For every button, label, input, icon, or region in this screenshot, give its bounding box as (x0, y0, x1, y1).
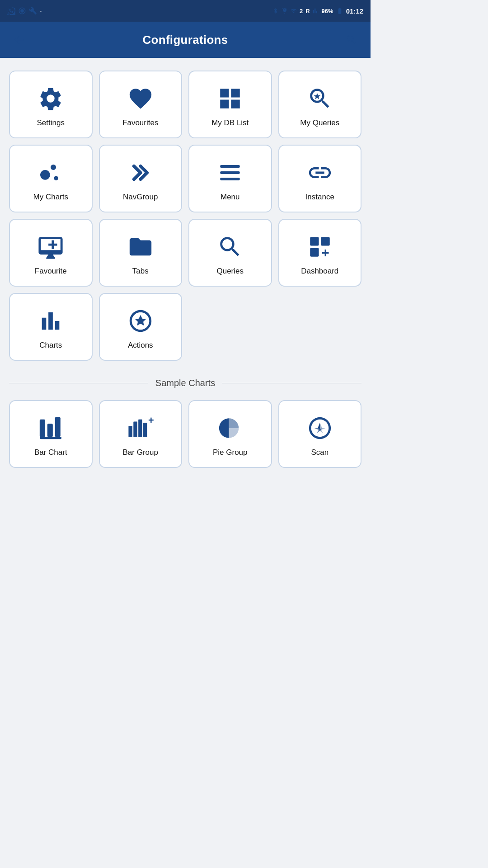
my-queries-label: My Queries (300, 118, 339, 127)
bar-chart-small-icon (36, 307, 65, 335)
svg-point-2 (40, 170, 50, 180)
heart-icon (126, 84, 155, 113)
svg-point-4 (54, 176, 59, 180)
svg-rect-9 (321, 237, 329, 245)
my-db-list-label: My DB List (211, 118, 249, 127)
sample-charts-divider: Sample Charts (9, 378, 361, 388)
star-badge-icon (126, 307, 155, 335)
instance-item[interactable]: Instance (278, 145, 362, 212)
status-left-icons: · (7, 6, 42, 16)
tabs-label: Tabs (132, 267, 149, 276)
svg-rect-5 (221, 165, 240, 168)
favourites-label: Favourites (122, 118, 158, 127)
settings-item[interactable]: Settings (9, 71, 93, 138)
svg-text:+: + (321, 245, 329, 260)
svg-point-0 (20, 9, 24, 13)
grid-plus-icon: + (305, 232, 334, 261)
status-bar: · 2 R 96% 01:12 (0, 0, 371, 22)
gear-icon (36, 84, 65, 113)
search-button[interactable] (343, 32, 360, 48)
tabs-item[interactable]: Tabs (99, 219, 183, 287)
navgroup-label: NavGroup (123, 193, 158, 202)
scan-shutter-icon (305, 414, 334, 443)
menu-item[interactable]: Menu (188, 145, 272, 212)
my-queries-item[interactable]: My Queries (278, 71, 362, 138)
sample-charts-grid: Bar Chart + Bar Group Pie Group (0, 396, 371, 481)
charts-label: Charts (39, 341, 62, 350)
svg-rect-10 (310, 248, 319, 256)
menu-label: Menu (221, 193, 240, 202)
svg-rect-18 (133, 422, 137, 437)
favourites-item[interactable]: Favourites (99, 71, 183, 138)
bubble-chart-icon (36, 158, 65, 187)
bar-group-plus-icon: + (126, 414, 155, 443)
my-charts-label: My Charts (33, 193, 68, 202)
divider-right (222, 383, 361, 383)
my-charts-item[interactable]: My Charts (9, 145, 93, 212)
menu-lines-icon (216, 158, 244, 187)
favourite-item[interactable]: Favourite (9, 219, 93, 287)
scan-item[interactable]: Scan (278, 400, 362, 468)
actions-item[interactable]: Actions (99, 293, 183, 361)
actions-label: Actions (128, 341, 153, 350)
svg-rect-16 (40, 437, 61, 439)
config-grid: Settings Favourites My DB List My Querie… (0, 58, 371, 365)
time-display: 01:12 (346, 7, 363, 15)
dashboard-label: Dashboard (301, 267, 338, 276)
svg-marker-12 (135, 315, 146, 326)
svg-rect-19 (138, 420, 142, 437)
settings-label: Settings (37, 118, 65, 127)
monitor-plus-icon (36, 232, 65, 261)
grid-4-icon (216, 84, 244, 113)
svg-rect-6 (221, 171, 240, 174)
bar-chart-tall-icon (36, 414, 65, 443)
bar-group-label: Bar Group (123, 448, 158, 457)
link-chain-icon (305, 158, 334, 187)
back-button[interactable] (11, 32, 27, 48)
pie-group-icon (216, 414, 244, 443)
svg-rect-7 (221, 178, 240, 180)
svg-rect-15 (55, 417, 61, 437)
pie-group-label: Pie Group (213, 448, 248, 457)
svg-rect-13 (40, 420, 45, 437)
page-title: Configurations (142, 33, 228, 47)
app-header: Configurations (0, 22, 371, 58)
chevron-double-icon (126, 158, 155, 187)
scan-label: Scan (311, 448, 328, 457)
dashboard-item[interactable]: + Dashboard (278, 219, 362, 287)
queries-label: Queries (216, 267, 244, 276)
svg-rect-20 (143, 423, 147, 437)
search-circle-icon (216, 232, 244, 261)
navgroup-item[interactable]: NavGroup (99, 145, 183, 212)
status-right-icons: 2 R 96% 01:12 (272, 7, 363, 15)
battery-percent: 96% (322, 8, 333, 14)
divider-left (9, 383, 148, 383)
svg-point-3 (51, 165, 56, 170)
sample-charts-heading: Sample Charts (155, 378, 215, 388)
instance-label: Instance (305, 193, 334, 202)
svg-rect-14 (47, 424, 53, 437)
svg-rect-17 (128, 426, 132, 437)
my-db-list-item[interactable]: My DB List (188, 71, 272, 138)
svg-rect-8 (310, 237, 319, 245)
svg-text:+: + (148, 415, 154, 426)
charts-item[interactable]: Charts (9, 293, 93, 361)
pie-group-item[interactable]: Pie Group (188, 400, 272, 468)
bar-chart-item[interactable]: Bar Chart (9, 400, 93, 468)
folder-tab-icon (126, 232, 155, 261)
favourite-label: Favourite (35, 267, 67, 276)
bar-chart-label: Bar Chart (34, 448, 67, 457)
svg-marker-1 (314, 93, 320, 99)
queries-item[interactable]: Queries (188, 219, 272, 287)
search-star-icon (305, 84, 334, 113)
bar-group-item[interactable]: + Bar Group (99, 400, 183, 468)
